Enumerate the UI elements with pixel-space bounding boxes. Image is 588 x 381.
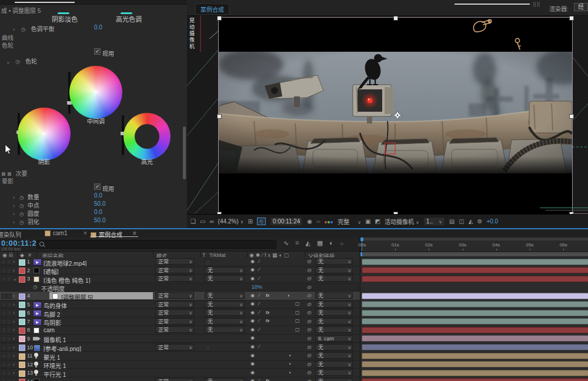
channels-icon[interactable] xyxy=(325,218,333,225)
lock-toggle[interactable] xyxy=(6,362,12,367)
opacity-value[interactable]: 10% xyxy=(252,284,262,290)
shy-switch[interactable]: ◉ xyxy=(250,318,255,323)
pickwhip-icon[interactable]: @ xyxy=(307,336,312,341)
draft-3d-icon[interactable]: ⌗ xyxy=(295,239,299,247)
video-toggle[interactable] xyxy=(1,302,6,308)
selection-handle[interactable] xyxy=(393,16,398,21)
viewer-current-time[interactable]: 0:00:11:24 xyxy=(270,217,303,226)
layer-label-color[interactable] xyxy=(19,310,25,317)
tab-cam1[interactable]: cam1 xyxy=(45,230,67,236)
lock-toggle[interactable] xyxy=(6,276,12,282)
grid-guides-icon[interactable]: ⊞ xyxy=(248,218,252,225)
parent-select[interactable]: 无∨ xyxy=(315,258,353,265)
layer-label-color[interactable] xyxy=(19,293,25,300)
parent-select[interactable]: 无∨ xyxy=(315,267,353,273)
stereo-glasses-icon[interactable]: ∞ xyxy=(209,218,213,225)
blend-mode-select[interactable]: 正常∨ xyxy=(155,275,194,282)
video-toggle[interactable] xyxy=(1,293,6,299)
transparency-grid-icon[interactable]: ◩ xyxy=(375,218,380,225)
lock-toggle[interactable] xyxy=(6,319,12,325)
always-preview-icon[interactable]: ❏ xyxy=(191,218,196,225)
vignette-midpoint-row[interactable]: ›◷中点 xyxy=(13,200,39,209)
parent-select[interactable]: 无∨ xyxy=(315,309,353,316)
mask-visibility-icon[interactable]: ◇ xyxy=(257,218,266,225)
layer-label-color[interactable] xyxy=(19,276,25,283)
shadows-color-wheel[interactable]: + xyxy=(18,108,71,161)
boxsw-switch[interactable]: ▪ xyxy=(289,353,291,358)
blend-mode-select[interactable]: 正常∨ xyxy=(155,301,194,308)
layer-duration-bar[interactable] xyxy=(362,301,588,308)
video-toggle[interactable] xyxy=(1,370,6,376)
layer-row[interactable]: ⌄3[浅色 橙色 纯色 1]正常∨无∨◉∕@无∨ xyxy=(0,275,588,283)
cube-switch[interactable]: ▢ xyxy=(295,327,300,332)
layer-expand-chevron[interactable]: › xyxy=(13,379,15,381)
layer-duration-bar[interactable] xyxy=(362,361,588,367)
current-time-display[interactable]: 0:00:11:24 xyxy=(1,239,41,248)
layer-expand-chevron[interactable]: › xyxy=(13,268,15,273)
selection-handle[interactable] xyxy=(217,16,222,21)
layer-label-color[interactable] xyxy=(19,319,25,325)
time-ruler[interactable]: :00s01s02s03s04s05s06s xyxy=(360,238,588,251)
layer-expand-chevron[interactable]: › xyxy=(13,302,15,308)
layer-label-color[interactable] xyxy=(19,370,25,377)
mini-flowchart-icon[interactable]: ∿ xyxy=(283,239,289,247)
shy-switch[interactable]: ◉ xyxy=(250,353,255,358)
vignette-section-label[interactable]: 晕影 xyxy=(2,176,14,185)
region-of-interest-icon[interactable]: ▣ xyxy=(365,218,370,225)
video-toggle[interactable] xyxy=(1,310,6,316)
wheels-group-row[interactable]: ⌄ ◷ 色轮 xyxy=(6,56,37,65)
selection-handle[interactable] xyxy=(569,16,574,21)
view-layout-icon[interactable]: ▤ xyxy=(449,218,455,225)
trkmat-select[interactable]: 无∨ xyxy=(205,326,245,333)
layer-row[interactable]: ›10[参考-anli.png]正常∨◉∕@无∨ xyxy=(0,343,588,352)
lock-toggle[interactable] xyxy=(6,336,12,342)
selection-handle[interactable] xyxy=(569,114,574,119)
shy-switch[interactable]: ◉ xyxy=(250,370,255,375)
shy-switch[interactable]: ◉ xyxy=(250,335,255,340)
vignette-feather-value[interactable]: 50.0 xyxy=(94,217,105,223)
shy-switch[interactable]: ◉ xyxy=(250,267,255,272)
pickwhip-icon[interactable]: @ xyxy=(307,276,312,281)
blend-mode-select[interactable]: 正常∨ xyxy=(155,258,194,265)
video-toggle[interactable] xyxy=(1,319,6,325)
layer-row[interactable]: ›5▶鸟的身体正常∨无∨◉∕▢@无∨ xyxy=(0,300,588,309)
video-toggle[interactable] xyxy=(1,345,6,350)
quality-switch[interactable]: ∕ xyxy=(259,301,259,306)
layer-expand-chevron[interactable]: › xyxy=(13,293,15,299)
shy-switch[interactable]: ◉ xyxy=(250,276,255,281)
layer-row[interactable]: ›13平行光 1◉▪@无∨ xyxy=(0,369,588,377)
parent-select[interactable]: 无∨ xyxy=(315,326,353,333)
layer-expand-chevron[interactable]: ⌄ xyxy=(13,276,18,282)
show-snapshot-icon[interactable]: ∞ xyxy=(316,218,320,225)
layer-expand-chevron[interactable]: › xyxy=(13,319,15,325)
blend-mode-select[interactable]: 正常∨ xyxy=(155,378,194,381)
layer-expand-chevron[interactable]: › xyxy=(13,362,15,367)
fx-switch[interactable]: fx xyxy=(266,293,269,298)
shy-switch[interactable]: ◉ xyxy=(250,310,255,315)
video-toggle[interactable] xyxy=(1,276,6,282)
lock-toggle[interactable] xyxy=(6,353,12,359)
quality-switch[interactable]: ∕ xyxy=(259,327,259,332)
layer-duration-bar[interactable] xyxy=(362,378,588,381)
lock-toggle[interactable] xyxy=(6,259,12,265)
lock-toggle[interactable] xyxy=(6,327,12,333)
shy-switch[interactable]: ◉ xyxy=(250,361,255,366)
stopwatch-icon[interactable]: ◷ xyxy=(33,284,38,290)
layer-duration-bar[interactable] xyxy=(362,327,588,333)
balance-row[interactable]: › ◷ 色调平衡 xyxy=(13,24,54,33)
layer-expand-chevron[interactable]: › xyxy=(13,345,15,350)
selection-handle[interactable] xyxy=(217,114,222,119)
quality-switch[interactable]: ∕ xyxy=(259,378,259,381)
layer-row[interactable]: ›9摄像机 1◉@8. cam∨ xyxy=(0,335,588,343)
lock-toggle[interactable] xyxy=(6,310,12,316)
quality-switch[interactable]: ∕ xyxy=(259,318,259,323)
shy-switch[interactable]: ◉ xyxy=(250,293,255,298)
vignette-roundness-row[interactable]: ›◷圆度 xyxy=(13,209,39,218)
trkmat-select[interactable]: 无∨ xyxy=(205,292,245,299)
trkmat-select[interactable]: 无∨ xyxy=(205,318,245,325)
renderer-value-button[interactable]: 经 xyxy=(574,3,588,11)
fx-panel-tabstrip[interactable] xyxy=(0,0,187,5)
view-camera-select[interactable]: 活动摄像机∨ xyxy=(385,217,419,226)
layer-expand-chevron[interactable]: › xyxy=(13,259,15,265)
layer-label-color[interactable] xyxy=(19,379,25,381)
